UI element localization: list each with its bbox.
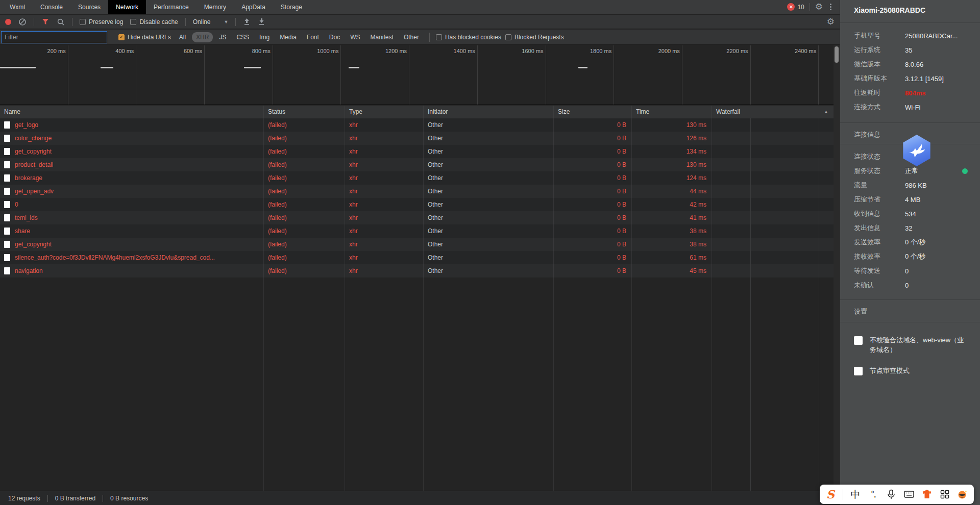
- settings-gear-icon[interactable]: ⚙: [815, 3, 823, 11]
- status-cell: (failed): [264, 185, 345, 198]
- column-header-time[interactable]: Time: [632, 106, 712, 118]
- filter-type-media[interactable]: Media: [276, 32, 301, 42]
- filter-input[interactable]: [1, 31, 107, 43]
- request-row[interactable]: get_copyright (failed) xhr Other 0 B 134…: [0, 145, 834, 158]
- scrollbar-thumb[interactable]: [835, 46, 839, 63]
- document-icon: [4, 174, 10, 182]
- tab-storage[interactable]: Storage: [273, 0, 310, 14]
- sogou-logo-icon[interactable]: S: [825, 488, 836, 500]
- name-cell: teml_ids: [0, 211, 264, 224]
- tab-console[interactable]: Console: [33, 0, 70, 14]
- tab-memory[interactable]: Memory: [197, 0, 234, 14]
- name-cell: brokerage: [0, 171, 264, 185]
- name-cell: get_copyright: [0, 238, 264, 251]
- time-cell: 134 ms: [632, 145, 712, 158]
- filter-type-img[interactable]: Img: [255, 32, 274, 42]
- filter-type-ws[interactable]: WS: [346, 32, 364, 42]
- filter-type-other[interactable]: Other: [400, 32, 423, 42]
- waterfall-gridline: [750, 118, 751, 491]
- timeline-overview[interactable]: 200 ms400 ms600 ms800 ms1000 ms1200 ms14…: [0, 45, 834, 105]
- emoji-face-icon[interactable]: [957, 488, 968, 500]
- info-row: 未确认 0: [840, 278, 980, 292]
- tab-appdata[interactable]: AppData: [234, 0, 273, 14]
- time-cell: 61 ms: [632, 251, 712, 264]
- request-row[interactable]: brokerage (failed) xhr Other 0 B 124 ms: [0, 171, 834, 185]
- column-header-name[interactable]: Name: [0, 106, 264, 118]
- request-row[interactable]: get_open_adv (failed) xhr Other 0 B 44 m…: [0, 185, 834, 198]
- tab-performance[interactable]: Performance: [146, 0, 197, 14]
- vertical-scrollbar[interactable]: [834, 45, 840, 491]
- request-row[interactable]: get_copyright (failed) xhr Other 0 B 38 …: [0, 238, 834, 251]
- record-button[interactable]: [5, 19, 11, 25]
- more-menu-icon[interactable]: [828, 4, 834, 10]
- device-info-list: 手机型号 25080RABDCar... 运行系统 35 微信版本 8.0.66…: [840, 29, 980, 114]
- tab-sources[interactable]: Sources: [70, 0, 108, 14]
- setting-checkbox-row[interactable]: 节点审查模式: [840, 366, 980, 376]
- overview-request-bar: [349, 67, 359, 68]
- request-row[interactable]: share (failed) xhr Other 0 B 38 ms: [0, 224, 834, 238]
- search-icon[interactable]: [57, 18, 65, 26]
- size-cell: 0 B: [554, 264, 632, 277]
- chinese-mode-button[interactable]: 中: [850, 488, 861, 500]
- column-header-size[interactable]: Size: [554, 106, 632, 118]
- ruler-tick: 2000 ms: [614, 45, 682, 105]
- request-row[interactable]: product_detail (failed) xhr Other 0 B 13…: [0, 158, 834, 171]
- info-value: 正常: [905, 166, 918, 175]
- import-har-icon[interactable]: [243, 18, 251, 26]
- request-row[interactable]: teml_ids (failed) xhr Other 0 B 41 ms: [0, 211, 834, 224]
- resources-size: 0 B resources: [110, 495, 148, 502]
- tab-wxml[interactable]: Wxml: [2, 0, 33, 14]
- filter-type-css[interactable]: CSS: [232, 32, 253, 42]
- preserve-log-checkbox[interactable]: Preserve log: [80, 18, 123, 26]
- filter-funnel-icon[interactable]: [41, 18, 50, 26]
- request-row[interactable]: get_logo (failed) xhr Other 0 B 130 ms: [0, 118, 834, 132]
- initiator-cell: Other: [424, 198, 554, 211]
- export-har-icon[interactable]: [258, 18, 265, 26]
- request-row[interactable]: color_change (failed) xhr Other 0 B 126 …: [0, 132, 834, 145]
- filter-type-font[interactable]: Font: [303, 32, 323, 42]
- request-row[interactable]: silence_auth?code=0f3JDvll2FNAMg4hueml2x…: [0, 251, 834, 264]
- network-settings-gear-icon[interactable]: ⚙: [827, 17, 835, 26]
- size-cell: 0 B: [554, 198, 632, 211]
- column-header-waterfall[interactable]: Waterfall▲: [712, 106, 834, 118]
- keyboard-icon[interactable]: [903, 488, 915, 500]
- filter-type-all[interactable]: All: [175, 32, 190, 42]
- column-header-type[interactable]: Type: [345, 106, 424, 118]
- info-label: 未确认: [854, 281, 905, 290]
- info-row: 基础库版本 3.12.1 [1459]: [840, 71, 980, 86]
- ruler-tick: 1000 ms: [273, 45, 341, 105]
- info-label: 等待发送: [854, 266, 905, 275]
- info-value: 8.0.66: [905, 61, 923, 68]
- setting-checkbox-row[interactable]: 不校验合法域名、web-view（业务域名）: [840, 336, 980, 355]
- skin-icon[interactable]: [921, 488, 933, 500]
- toolbox-grid-icon[interactable]: [939, 488, 950, 500]
- divider: [72, 18, 72, 26]
- column-header-initiator[interactable]: Initiator: [424, 106, 554, 118]
- checkbox: [854, 367, 863, 375]
- filter-type-xhr[interactable]: XHR: [192, 32, 213, 42]
- ruler-tick: 400 ms: [68, 45, 137, 105]
- checkbox: [130, 19, 136, 25]
- error-count-badge[interactable]: ✕ 10: [787, 3, 804, 11]
- microphone-icon[interactable]: [886, 488, 897, 500]
- status-cell: (failed): [264, 238, 345, 251]
- blocked-requests-checkbox[interactable]: Blocked Requests: [505, 34, 564, 41]
- throttling-select[interactable]: Online ▼: [193, 18, 229, 26]
- disable-cache-label: Disable cache: [139, 18, 178, 26]
- divider: [235, 18, 236, 26]
- document-icon: [4, 148, 10, 155]
- has-blocked-cookies-checkbox[interactable]: Has blocked cookies: [436, 34, 501, 41]
- filter-type-js[interactable]: JS: [215, 32, 230, 42]
- punctuation-mode-button[interactable]: °,: [868, 488, 879, 500]
- disable-cache-checkbox[interactable]: Disable cache: [130, 18, 178, 26]
- column-header-status[interactable]: Status: [264, 106, 345, 118]
- divider: [47, 495, 48, 502]
- request-row[interactable]: navigation (failed) xhr Other 0 B 45 ms: [0, 264, 834, 277]
- hide-data-urls-checkbox[interactable]: ✓ Hide data URLs: [118, 34, 171, 41]
- filter-type-manifest[interactable]: Manifest: [366, 32, 398, 42]
- name-cell: 0: [0, 198, 264, 211]
- request-row[interactable]: 0 (failed) xhr Other 0 B 42 ms: [0, 198, 834, 211]
- clear-icon[interactable]: [18, 18, 27, 26]
- tab-network[interactable]: Network: [108, 0, 146, 14]
- filter-type-doc[interactable]: Doc: [325, 32, 344, 42]
